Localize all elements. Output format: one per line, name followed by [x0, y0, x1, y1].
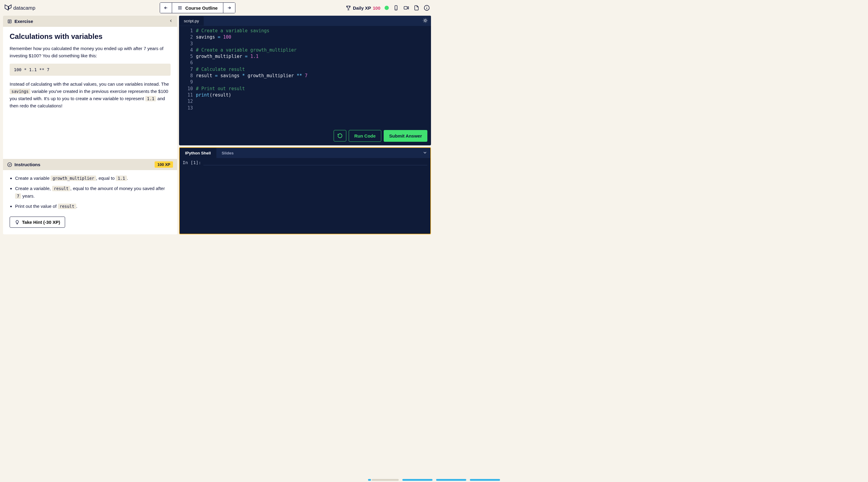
instructions-body: Create a variable growth_multiplier, equ… — [3, 170, 177, 234]
lightbulb-icon — [15, 220, 20, 225]
brand-logo[interactable]: datacamp — [4, 4, 50, 12]
instruction-item: Create a variable, result, equal to the … — [15, 185, 170, 200]
app-header: datacamp Course Outline Daily XP 100 — [0, 0, 434, 16]
theme-toggle-icon[interactable] — [423, 18, 428, 24]
shell-prompt-label: In [1]: — [183, 160, 201, 165]
daily-xp-value: 100 — [373, 5, 380, 10]
check-circle-icon — [7, 162, 12, 167]
course-outline-label: Course Outline — [185, 5, 218, 10]
instruction-item: Create a variable growth_multiplier, equ… — [15, 174, 170, 182]
right-panel: script.py 123 456 789 101112 13 # Create… — [179, 16, 431, 234]
collapse-left-button[interactable] — [169, 19, 173, 24]
next-button[interactable] — [223, 3, 235, 13]
example-code: 100 * 1.1 ** 7 — [10, 64, 170, 76]
shell-input[interactable] — [204, 160, 427, 165]
video-icon[interactable] — [403, 5, 409, 11]
course-nav: Course Outline — [160, 2, 236, 13]
editor-tab[interactable]: script.py — [179, 16, 204, 26]
svg-point-2 — [396, 9, 396, 9]
instructions-header: Instructions 100 XP — [3, 159, 177, 170]
hint-button[interactable]: Take Hint (-30 XP) — [10, 217, 65, 228]
exercise-panel: Exercise Calculations with variables Rem… — [3, 16, 177, 234]
info-icon[interactable] — [424, 5, 430, 11]
shell-body[interactable]: In [1]: — [180, 158, 430, 234]
run-code-button[interactable]: Run Code — [349, 130, 381, 142]
exercise-intro: Remember how you calculated the money yo… — [10, 45, 170, 59]
shell-pane: IPython Shell Slides In [1]: — [179, 147, 431, 234]
main-layout: Exercise Calculations with variables Rem… — [0, 16, 434, 237]
exercise-label: Exercise — [14, 19, 33, 24]
exercise-icon — [7, 19, 12, 24]
instruction-item: Print out the value of result. — [15, 202, 170, 210]
exercise-content: Calculations with variables Remember how… — [3, 27, 177, 159]
undo-icon — [337, 133, 343, 138]
instructions-label: Instructions — [14, 162, 40, 167]
svg-text:datacamp: datacamp — [13, 5, 35, 11]
line-gutter: 123 456 789 101112 13 — [179, 28, 196, 144]
editor-tabbar: script.py — [179, 16, 431, 26]
svg-rect-3 — [404, 7, 407, 9]
editor-pane: script.py 123 456 789 101112 13 # Create… — [179, 16, 431, 145]
trophy-icon — [346, 5, 351, 10]
daily-xp: Daily XP 100 — [346, 5, 380, 10]
phone-icon[interactable] — [393, 5, 399, 11]
connection-status-icon — [384, 6, 389, 10]
reset-button[interactable] — [334, 130, 346, 141]
tab-slides[interactable]: Slides — [216, 148, 239, 158]
exercise-title: Calculations with variables — [10, 32, 170, 41]
tab-shell[interactable]: IPython Shell — [180, 148, 216, 158]
svg-point-7 — [424, 20, 426, 21]
exercise-header: Exercise — [3, 16, 177, 27]
submit-answer-button[interactable]: Submit Answer — [384, 130, 427, 142]
header-right: Daily XP 100 — [346, 5, 430, 11]
chevron-down-icon[interactable] — [423, 150, 427, 156]
document-icon[interactable] — [413, 5, 420, 11]
code-editor[interactable]: 123 456 789 101112 13 # Create a variabl… — [179, 26, 431, 145]
course-outline-button[interactable]: Course Outline — [172, 3, 223, 13]
prev-button[interactable] — [160, 3, 172, 13]
xp-badge: 100 XP — [155, 161, 173, 168]
svg-point-6 — [7, 163, 11, 167]
code-lines: # Create a variable savings savings = 10… — [196, 28, 431, 144]
shell-tabs: IPython Shell Slides — [180, 148, 430, 158]
editor-actions: Run Code Submit Answer — [334, 130, 427, 142]
exercise-paragraph: Instead of calculating with the actual v… — [10, 81, 170, 110]
